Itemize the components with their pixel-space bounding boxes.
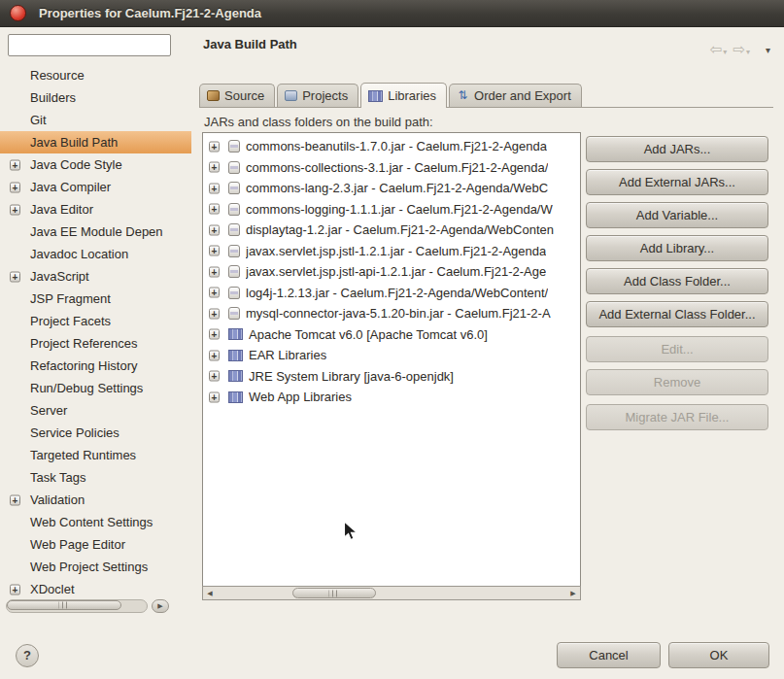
jar-icon — [228, 182, 240, 194]
filter-input[interactable] — [8, 34, 171, 56]
expander-plus-icon[interactable]: + — [209, 204, 220, 215]
sidebar-item[interactable]: + Refactoring History — [0, 355, 191, 377]
sidebar-item[interactable]: + XDoclet — [0, 578, 191, 600]
expander-plus-icon[interactable]: + — [209, 224, 220, 235]
expander-plus-icon[interactable]: + — [10, 159, 20, 170]
jar-icon — [228, 203, 240, 216]
entry-label: javax.servlet.jsp.jstl-api-1.2.1.jar - C… — [246, 264, 546, 279]
tab-order-and-export[interactable]: Order and Export — [449, 84, 582, 107]
sidebar-item[interactable]: + Web Content Settings — [0, 511, 191, 533]
sidebar-item-label: Java Compiler — [30, 180, 111, 194]
expander-plus-icon[interactable]: + — [209, 246, 220, 256]
sidebar-item[interactable]: + Resource — [0, 64, 191, 86]
expander-plus-icon[interactable]: + — [10, 494, 20, 505]
list-item[interactable]: + javax.servlet.jsp.jstl-api-1.2.1.jar -… — [203, 261, 580, 283]
sidebar-item[interactable]: + Service Policies — [0, 422, 191, 444]
entry-label: commons-lang-2.3.jar - Caelum.Fj21-2-Age… — [246, 181, 548, 195]
list-item[interactable]: + Web App Libraries — [203, 387, 580, 408]
sidebar-item[interactable]: + Project Facets — [0, 310, 191, 332]
sidebar-item[interactable]: + Java Code Style — [0, 153, 191, 176]
sidebar-item[interactable]: + Git — [0, 109, 191, 131]
sidebar-item[interactable]: + Javadoc Location — [0, 243, 191, 265]
sidebar-item[interactable]: + Task Tags — [0, 466, 191, 489]
sidebar-item[interactable]: + JavaScript — [0, 265, 191, 288]
entry-label: commons-beanutils-1.7.0.jar - Caelum.Fj2… — [246, 139, 547, 153]
expander-plus-icon[interactable]: + — [10, 204, 20, 215]
tab-libraries[interactable]: Libraries — [360, 83, 447, 108]
sidebar-item-label: Resource — [30, 68, 85, 83]
action-button[interactable]: Add Variable... — [586, 202, 768, 228]
sidebar-item[interactable]: + Web Page Editor — [0, 533, 191, 556]
entry-label: commons-logging-1.1.1.jar - Caelum.Fj21-… — [246, 202, 553, 217]
expander-plus-icon[interactable]: + — [209, 162, 220, 173]
list-item[interactable]: + mysql-connector-java-5.1.20-bin.jar - … — [203, 303, 580, 324]
back-icon[interactable]: ⇦ — [710, 41, 723, 58]
sidebar-item[interactable]: + Java Build Path — [0, 131, 191, 153]
action-button[interactable]: Edit... — [586, 336, 768, 362]
list-item[interactable]: + commons-logging-1.1.1.jar - Caelum.Fj2… — [203, 199, 580, 221]
expander-plus-icon[interactable]: + — [209, 288, 220, 298]
sidebar-item[interactable]: + Validation — [0, 489, 191, 511]
forward-dropdown-icon[interactable]: ▾ — [746, 48, 750, 56]
scrollbar-thumb[interactable] — [292, 588, 376, 598]
entry-label: displaytag-1.2.jar - Caelum.Fj21-2-Agend… — [246, 222, 554, 237]
list-item[interactable]: + commons-beanutils-1.7.0.jar - Caelum.F… — [203, 136, 580, 157]
sidebar-item-label: Task Tags — [30, 470, 86, 485]
sidebar-item[interactable]: + Web Project Settings — [0, 556, 191, 578]
expander-plus-icon[interactable]: + — [10, 182, 20, 192]
close-button[interactable] — [10, 5, 26, 21]
list-item[interactable]: + javax.servlet.jsp.jstl-1.2.1.jar - Cae… — [203, 241, 580, 262]
sidebar-item[interactable]: + JSP Fragment — [0, 288, 191, 310]
list-item[interactable]: + commons-collections-3.1.jar - Caelum.F… — [203, 157, 580, 179]
scroll-right-button[interactable]: ▶ — [152, 599, 169, 613]
help-button[interactable]: ? — [16, 644, 39, 667]
expander-plus-icon[interactable]: + — [209, 183, 220, 193]
back-dropdown-icon[interactable]: ▾ — [723, 48, 727, 56]
sidebar-item[interactable]: + Java EE Module Depen — [0, 221, 191, 243]
expander-plus-icon[interactable]: + — [209, 308, 220, 319]
tab-projects[interactable]: Projects — [277, 84, 358, 107]
scrollbar-thumb[interactable] — [7, 600, 121, 610]
sidebar-item[interactable]: + Java Editor — [0, 198, 191, 221]
list-item[interactable]: + log4j-1.2.13.jar - Caelum.Fj21-2-Agend… — [203, 283, 580, 304]
action-button[interactable]: Add Class Folder... — [586, 268, 768, 294]
sidebar-item[interactable]: + Targeted Runtimes — [0, 444, 191, 466]
expander-plus-icon[interactable]: + — [209, 329, 220, 340]
list-item[interactable]: + displaytag-1.2.jar - Caelum.Fj21-2-Age… — [203, 220, 580, 241]
action-button[interactable]: Add External Class Folder... — [586, 301, 768, 327]
action-button[interactable]: Migrate JAR File... — [586, 404, 768, 430]
scroll-right-button[interactable]: ▶ — [566, 587, 580, 599]
action-button[interactable]: Add JARs... — [586, 136, 768, 162]
view-menu-icon[interactable]: ▾ — [766, 45, 770, 55]
expander-plus-icon[interactable]: + — [10, 584, 20, 594]
scroll-left-button[interactable]: ◀ — [203, 587, 217, 599]
cancel-button[interactable]: Cancel — [557, 642, 661, 668]
sidebar-item[interactable]: + Builders — [0, 86, 191, 109]
sidebar-item[interactable]: + Project References — [0, 332, 191, 355]
forward-icon[interactable]: ⇨ — [733, 41, 745, 58]
list-item[interactable]: + JRE System Library [java-6-openjdk] — [203, 366, 580, 388]
action-button[interactable]: Add Library... — [586, 235, 768, 261]
expander-plus-icon[interactable]: + — [209, 141, 220, 152]
library-icon — [228, 391, 243, 403]
action-button[interactable]: Remove — [586, 369, 768, 395]
list-hscrollbar[interactable]: ◀ ▶ — [202, 586, 581, 600]
expander-plus-icon[interactable]: + — [209, 371, 220, 382]
expander-plus-icon[interactable]: + — [209, 266, 220, 277]
sidebar-hscrollbar[interactable]: ▶ — [6, 599, 165, 613]
list-item[interactable]: + EAR Libraries — [203, 345, 580, 366]
expander-plus-icon[interactable]: + — [209, 391, 220, 402]
tab-source[interactable]: Source — [199, 84, 275, 107]
sidebar-item[interactable]: + Java Compiler — [0, 176, 191, 198]
expander-plus-icon[interactable]: + — [209, 350, 220, 360]
sidebar-item[interactable]: + Run/Debug Settings — [0, 377, 191, 399]
ok-button[interactable]: OK — [668, 642, 769, 668]
build-path-label: JARs and class folders on the build path… — [204, 115, 433, 129]
sort-order-icon — [457, 89, 469, 102]
list-item[interactable]: + commons-lang-2.3.jar - Caelum.Fj21-2-A… — [203, 178, 580, 199]
list-item[interactable]: + Apache Tomcat v6.0 [Apache Tomcat v6.0… — [203, 324, 580, 346]
expander-plus-icon[interactable]: + — [10, 271, 20, 282]
sidebar-item-label: Java Editor — [30, 202, 93, 217]
sidebar-item[interactable]: + Server — [0, 399, 191, 422]
action-button[interactable]: Add External JARs... — [586, 169, 768, 195]
